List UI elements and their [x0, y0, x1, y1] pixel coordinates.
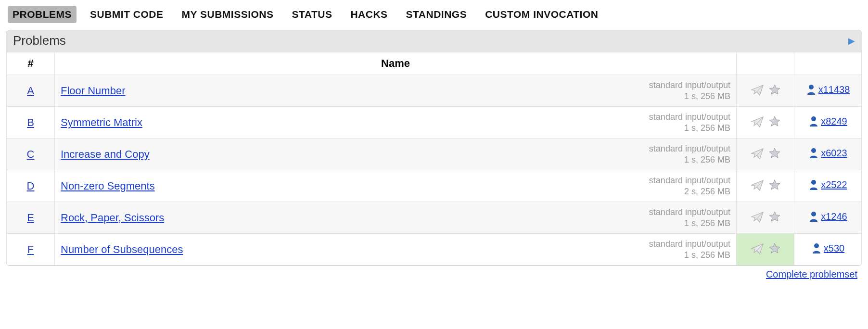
problem-actions: [737, 107, 794, 139]
solved-count-cell: x530: [794, 234, 862, 266]
problem-index-link[interactable]: A: [27, 85, 34, 97]
problem-actions: [737, 234, 794, 266]
tab-status[interactable]: STATUS: [287, 6, 337, 23]
problem-title-link[interactable]: Non-zero Segments: [61, 180, 155, 192]
problem-title-link[interactable]: Floor Number: [61, 85, 125, 97]
table-row: AFloor Numberstandard input/output1 s, 2…: [7, 75, 862, 107]
problem-name-cell: Rock, Paper, Scissorsstandard input/outp…: [55, 202, 737, 234]
favorite-icon[interactable]: [768, 211, 781, 223]
favorite-icon[interactable]: [768, 242, 781, 255]
problem-limits: standard input/output1 s, 256 MB: [649, 80, 730, 101]
problem-index-link[interactable]: E: [27, 212, 34, 224]
problem-index: D: [7, 170, 55, 202]
svg-point-5: [814, 243, 819, 248]
problem-index-link[interactable]: C: [27, 148, 35, 160]
problem-index: F: [7, 234, 55, 266]
table-row: ERock, Paper, Scissorsstandard input/out…: [7, 202, 862, 234]
problem-actions: [737, 75, 794, 107]
solved-count-link[interactable]: x1246: [821, 211, 847, 222]
tab-my-submissions[interactable]: MY SUBMISSIONS: [177, 6, 279, 23]
problem-limits: standard input/output1 s, 256 MB: [649, 239, 730, 260]
problem-index: E: [7, 202, 55, 234]
table-row: FNumber of Subsequencesstandard input/ou…: [7, 234, 862, 266]
solved-count-cell: x2522: [794, 170, 862, 202]
solved-count-link[interactable]: x11438: [818, 84, 850, 95]
problem-index: B: [7, 107, 55, 139]
submit-icon[interactable]: [750, 84, 765, 96]
problem-actions: [737, 170, 794, 202]
person-icon: [811, 242, 822, 254]
solved-count-cell: x8249: [794, 107, 862, 139]
table-row: BSymmetric Matrixstandard input/output1 …: [7, 107, 862, 139]
problem-actions: [737, 202, 794, 234]
favorite-icon[interactable]: [768, 84, 781, 96]
panel-title: Problems: [13, 33, 66, 48]
tab-submit-code[interactable]: SUBMIT CODE: [85, 6, 168, 23]
problem-limits: standard input/output1 s, 256 MB: [649, 143, 730, 165]
problem-title-link[interactable]: Symmetric Matrix: [61, 116, 142, 129]
submit-icon[interactable]: [750, 211, 765, 223]
problem-index-link[interactable]: B: [27, 116, 34, 128]
tab-problems[interactable]: PROBLEMS: [8, 6, 77, 23]
solved-count-link[interactable]: x2522: [821, 179, 847, 190]
problem-name-cell: Symmetric Matrixstandard input/output1 s…: [55, 107, 737, 139]
complete-problemset-link[interactable]: Complete problemset: [766, 269, 857, 279]
problem-limits: standard input/output1 s, 256 MB: [649, 207, 730, 228]
solved-count-cell: x1246: [794, 202, 862, 234]
favorite-icon[interactable]: [768, 147, 781, 160]
col-header-actions: [737, 52, 794, 75]
problem-name-cell: Non-zero Segmentsstandard input/output2 …: [55, 170, 737, 202]
tab-standings[interactable]: STANDINGS: [401, 6, 472, 23]
svg-point-1: [811, 116, 816, 121]
submit-icon[interactable]: [750, 115, 765, 128]
problem-index-link[interactable]: F: [27, 243, 34, 255]
problem-actions: [737, 139, 794, 170]
problem-index: A: [7, 75, 55, 107]
svg-point-3: [811, 180, 816, 185]
svg-point-4: [811, 212, 816, 216]
table-row: CIncrease and Copystandard input/output1…: [7, 139, 862, 170]
problem-index: C: [7, 139, 55, 170]
col-header-name: Name: [55, 52, 737, 75]
problem-title-link[interactable]: Rock, Paper, Scissors: [61, 212, 164, 224]
col-header-solved: [794, 52, 862, 75]
svg-point-2: [811, 148, 816, 153]
solved-count-link[interactable]: x530: [824, 243, 844, 254]
problem-name-cell: Increase and Copystandard input/output1 …: [55, 139, 737, 170]
person-icon: [806, 84, 817, 95]
person-icon: [808, 147, 819, 159]
problem-title-link[interactable]: Number of Subsequences: [61, 243, 183, 256]
submit-icon[interactable]: [750, 179, 765, 191]
collapse-arrow-icon[interactable]: ▶: [848, 36, 855, 46]
solved-count-cell: x6023: [794, 139, 862, 170]
solved-count-cell: x11438: [794, 75, 862, 107]
footer: Complete problemset: [6, 266, 862, 280]
favorite-icon[interactable]: [768, 179, 781, 191]
solved-count-link[interactable]: x8249: [821, 116, 847, 127]
problem-name-cell: Number of Subsequencesstandard input/out…: [55, 234, 737, 266]
submit-icon[interactable]: [750, 242, 765, 255]
table-row: DNon-zero Segmentsstandard input/output2…: [7, 170, 862, 202]
person-icon: [808, 179, 819, 190]
panel-header: Problems ▶: [6, 30, 862, 52]
problem-title-link[interactable]: Increase and Copy: [61, 148, 150, 161]
person-icon: [808, 115, 819, 127]
submit-icon[interactable]: [750, 147, 765, 160]
col-header-index: #: [7, 52, 55, 75]
problem-limits: standard input/output2 s, 256 MB: [649, 175, 730, 197]
problem-index-link[interactable]: D: [27, 180, 35, 192]
tab-hacks[interactable]: HACKS: [345, 6, 392, 23]
person-icon: [808, 211, 819, 222]
problems-panel: Problems ▶ # Name AFloor Numberstandard …: [6, 30, 862, 266]
nav-tabs: PROBLEMSSUBMIT CODEMY SUBMISSIONSSTATUSH…: [6, 6, 862, 23]
svg-point-0: [809, 85, 814, 89]
problem-name-cell: Floor Numberstandard input/output1 s, 25…: [55, 75, 737, 107]
tab-custom-invocation[interactable]: CUSTOM INVOCATION: [480, 6, 603, 23]
favorite-icon[interactable]: [768, 115, 781, 128]
problems-table: # Name AFloor Numberstandard input/outpu…: [6, 52, 862, 266]
solved-count-link[interactable]: x6023: [821, 148, 847, 159]
problem-limits: standard input/output1 s, 256 MB: [649, 112, 730, 133]
